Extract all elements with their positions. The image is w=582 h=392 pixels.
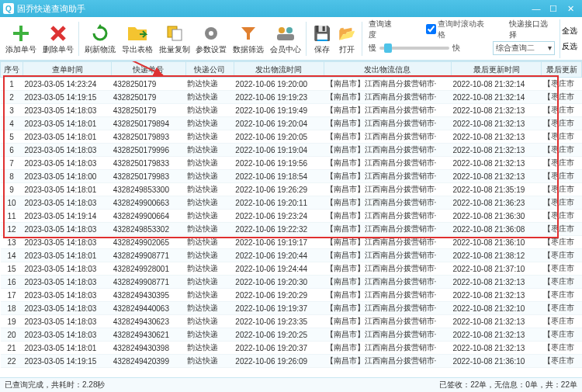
cell: 2022-10-06 19:20:11 [234, 196, 324, 210]
cell: 【枣庄市 [542, 157, 582, 170]
port-combo[interactable]: 综合查询二▾ [493, 41, 555, 55]
data-table[interactable]: 序号查单时间快递单号快递公司发出物流时间发出物流信息最后更新时间最后更新 120… [0, 61, 582, 368]
cell: 18 [1, 302, 23, 315]
table-row[interactable]: 132023-03-05 14:18:034328249902065韵达快递20… [1, 236, 582, 249]
cell: 4328249440063 [112, 302, 185, 315]
table-row[interactable]: 142023-03-05 14:18:014328249908771韵达快递20… [1, 249, 582, 262]
app-icon: Q [3, 3, 14, 14]
cell: 韵达快递 [185, 91, 234, 104]
data-table-wrap: 序号查单时间快递单号快递公司发出物流时间发出物流信息最后更新时间最后更新 120… [0, 61, 582, 377]
copy-button[interactable]: 批量复制 [157, 19, 192, 58]
table-row[interactable]: 212023-03-05 14:18:014328249430398韵达快递20… [1, 342, 582, 355]
save-button[interactable]: 💾保存 [310, 19, 333, 58]
cell: 14 [1, 249, 23, 262]
close-button[interactable]: ✕ [562, 2, 579, 16]
copy-icon [164, 23, 185, 44]
cell: 韵达快递 [185, 342, 234, 355]
column-header[interactable]: 发出物流时间 [234, 62, 324, 78]
window-title: 固乔快递查询助手 [17, 3, 528, 15]
cell: 【枣庄市 [542, 210, 582, 223]
cell: 2023-03-05 14:18:03 [23, 104, 112, 117]
table-row[interactable]: 182023-03-05 14:18:034328249440063韵达快递20… [1, 302, 582, 315]
export-button[interactable]: 导出表格 [120, 19, 155, 58]
table-row[interactable]: 92023-03-05 14:18:014328249853300韵达快递202… [1, 183, 582, 196]
maximize-button[interactable]: ☐ [545, 2, 562, 16]
table-row[interactable]: 12023-03-05 14:23:244328250179韵达快递2022-1… [1, 78, 582, 91]
cell: 2022-10-06 19:20:04 [234, 117, 324, 130]
filter-icon [237, 23, 259, 44]
table-row[interactable]: 222023-03-05 14:19:154328249420399韵达快递20… [1, 355, 582, 368]
table-row[interactable]: 162023-03-05 14:18:034328249908771韵达快递20… [1, 276, 582, 289]
open-button[interactable]: 📂打开 [335, 19, 359, 58]
table-row[interactable]: 122023-03-05 14:18:034328249853302韵达快递20… [1, 223, 582, 236]
table-row[interactable]: 82023-03-05 14:18:004328250179983韵达快递202… [1, 170, 582, 183]
status-bar: 已查询完成，共耗时：2.28秒 已签收：22单，无信息：0单，共：22单 [0, 377, 582, 392]
cell: 韵达快递 [185, 249, 234, 262]
cell: 2022-10-08 21:32:13 [451, 144, 541, 157]
column-header[interactable]: 快递单号 [112, 62, 185, 78]
column-header[interactable]: 最后更新时间 [451, 62, 541, 78]
cell: 2022-10-06 19:20:25 [234, 328, 324, 342]
cell: 2022-10-06 19:23:24 [234, 210, 324, 223]
cell: 【枣庄市 [542, 196, 582, 210]
cell: 22 [1, 355, 23, 368]
refresh-button[interactable]: 刷新物流 [82, 19, 118, 58]
cell: 【枣庄市 [542, 302, 582, 315]
table-row[interactable]: 112023-03-05 14:19:144328249900664韵达快递20… [1, 210, 582, 223]
toolbar: 添加单号 删除单号 刷新物流 导出表格 批量复制 参数设置 数据筛选 会员中心 … [0, 17, 582, 61]
minimize-button[interactable]: — [528, 2, 545, 16]
table-row[interactable]: 172023-03-05 14:18:034328249430395韵达快递20… [1, 289, 582, 302]
cell: 11 [1, 210, 23, 223]
table-row[interactable]: 32023-03-05 14:18:034328250179韵达快递2022-1… [1, 104, 582, 117]
column-header[interactable]: 查单时间 [23, 62, 112, 78]
cell: 4328249430395 [112, 289, 185, 302]
table-row[interactable]: 42023-03-05 14:18:014328250179894韵达快递202… [1, 117, 582, 130]
cell: 2023-03-05 14:18:00 [23, 170, 112, 183]
cell: 韵达快递 [185, 289, 234, 302]
table-row[interactable]: 22023-03-05 14:19:154328250179韵达快递2022-1… [1, 91, 582, 104]
delete-button[interactable]: 删除单号 [40, 19, 76, 58]
table-row[interactable]: 52023-03-05 14:18:014328250179893韵达快递202… [1, 130, 582, 144]
cell: 【枣庄市 [542, 78, 582, 91]
column-header[interactable]: 序号 [1, 62, 23, 78]
filter-button[interactable]: 数据筛选 [230, 19, 266, 58]
cell: 20 [1, 328, 23, 342]
column-header[interactable]: 发出物流信息 [324, 62, 452, 78]
table-row[interactable]: 202023-03-05 14:18:034328249430621韵达快递20… [1, 328, 582, 342]
cell: 【南昌市】江西南昌分拨营销市· [324, 342, 452, 355]
scroll-checkbox[interactable]: 查询时滚动表格 [426, 19, 491, 40]
x-icon [47, 23, 69, 44]
cell: 2023-03-05 14:18:01 [23, 130, 112, 144]
cell: 韵达快递 [185, 78, 234, 91]
cell: 【南昌市】江西南昌分拨营销市· [324, 183, 452, 196]
cell: 2022-10-06 19:20:05 [234, 130, 324, 144]
cell: 韵达快递 [185, 157, 234, 170]
select-all-button[interactable]: 全选反选 [559, 19, 579, 58]
cell: 2023-03-05 14:18:03 [23, 262, 112, 276]
table-row[interactable]: 192023-03-05 14:18:034328249430623韵达快递20… [1, 315, 582, 328]
cell: 【南昌市】江西南昌分拨营销市· [324, 210, 452, 223]
member-button[interactable]: 会员中心 [268, 19, 303, 58]
table-row[interactable]: 72023-03-05 14:18:034328250179833韵达快递202… [1, 157, 582, 170]
table-row[interactable]: 102023-03-05 14:18:034328249900663韵达快递20… [1, 196, 582, 210]
table-row[interactable]: 62023-03-05 14:18:034328250179996韵达快递202… [1, 144, 582, 157]
speed-slider[interactable] [379, 47, 449, 50]
column-header[interactable]: 快递公司 [185, 62, 234, 78]
settings-button[interactable]: 参数设置 [193, 19, 229, 58]
cell: 2023-03-05 14:18:03 [23, 276, 112, 289]
cell: 韵达快递 [185, 170, 234, 183]
cell: 4328250179 [112, 91, 185, 104]
column-header[interactable]: 最后更新 [542, 62, 582, 78]
cell: 2023-03-05 14:18:03 [23, 236, 112, 249]
folder-export-icon [126, 23, 148, 44]
cell: 【南昌市】江西南昌分拨营销市· [324, 144, 452, 157]
speed-label: 查询速度 [369, 19, 399, 40]
table-row[interactable]: 152023-03-05 14:18:034328249928001韵达快递20… [1, 262, 582, 276]
cell: 韵达快递 [185, 183, 234, 196]
cell: 4328250179 [112, 104, 185, 117]
cell: 2022-10-06 19:26:29 [234, 183, 324, 196]
cell: 【南昌市】江西南昌分拨营销市· [324, 91, 452, 104]
cell: 2023-03-05 14:18:01 [23, 249, 112, 262]
cell: 【南昌市】江西南昌分拨营销市· [324, 236, 452, 249]
add-button[interactable]: 添加单号 [3, 19, 39, 58]
